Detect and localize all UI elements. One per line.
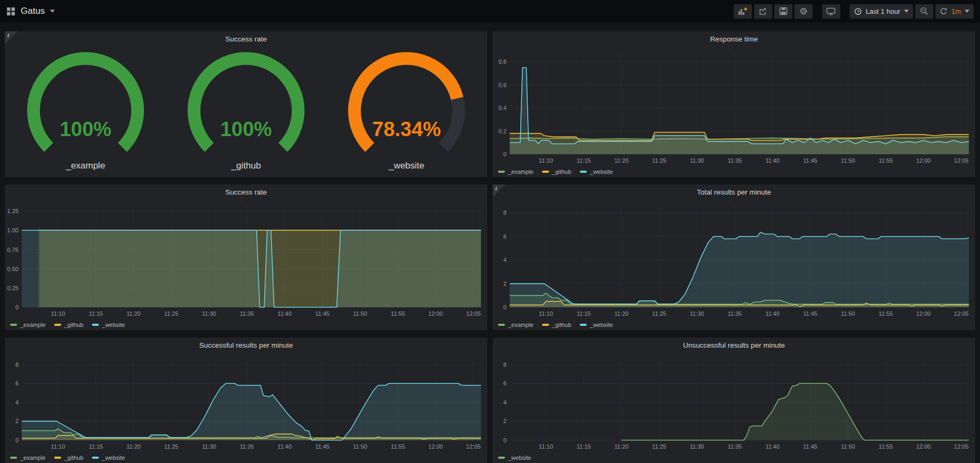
legend-item-website[interactable]: _website (580, 322, 613, 328)
legend-swatch-icon (10, 324, 17, 326)
svg-text:0.8: 0.8 (499, 58, 506, 65)
legend-swatch-icon (498, 171, 505, 173)
panel-title[interactable]: Total results per minute (493, 184, 975, 199)
legend-label: _github (64, 454, 83, 461)
svg-text:100%: 100% (220, 118, 272, 140)
legend-swatch-icon (580, 171, 587, 173)
svg-text:11:55: 11:55 (878, 443, 893, 450)
svg-text:11:45: 11:45 (315, 310, 330, 317)
legend-item-example[interactable]: _example (498, 169, 534, 175)
response-time-chart[interactable]: 00.20.40.60.811:1011:1511:2011:2511:3011… (493, 46, 975, 177)
panel-title[interactable]: Success rate (5, 31, 487, 46)
svg-text:12:00: 12:00 (428, 310, 443, 317)
legend: _example_github_website (498, 169, 613, 175)
svg-text:11:20: 11:20 (614, 443, 629, 450)
svg-text:11:30: 11:30 (202, 310, 216, 317)
save-button[interactable] (774, 4, 792, 19)
svg-text:0.25: 0.25 (7, 285, 19, 291)
panel-success-rate-gauges: i Success rate 100% _example 100% _githu… (5, 31, 487, 177)
panel-title[interactable]: Successful results per minute (5, 338, 487, 352)
chevron-down-icon (965, 10, 969, 13)
svg-text:11:55: 11:55 (878, 310, 893, 317)
legend-label: _website (590, 322, 613, 328)
gauge-github: 100% _github (166, 49, 326, 171)
svg-text:11:40: 11:40 (277, 310, 292, 317)
legend-swatch-icon (580, 324, 587, 326)
info-corner-icon[interactable]: i (493, 184, 505, 197)
svg-text:12:00: 12:00 (916, 157, 931, 164)
svg-text:11:25: 11:25 (164, 310, 179, 317)
info-corner-icon[interactable]: i (5, 31, 18, 44)
legend-label: _github (64, 322, 83, 328)
legend-label: _github (552, 322, 571, 328)
legend-item-website[interactable]: _website (498, 454, 531, 461)
navbar: Gatus Last 1 hour (0, 0, 980, 22)
settings-button[interactable] (795, 4, 813, 19)
gauge-row: 100% _example 100% _github 78.34% _websi… (5, 46, 487, 174)
panel-title[interactable]: Unsuccessful results per minute (493, 338, 975, 352)
legend-label: _website (508, 454, 531, 461)
success-rate-chart[interactable]: 00.250.500.751.001.2511:1011:1511:2011:2… (5, 199, 487, 330)
svg-text:11:45: 11:45 (803, 310, 817, 317)
legend-item-github[interactable]: _github (542, 169, 571, 175)
svg-text:11:10: 11:10 (539, 157, 553, 164)
legend-swatch-icon (10, 457, 17, 459)
panel-title[interactable]: Response time (493, 31, 975, 46)
svg-text:11:20: 11:20 (126, 310, 141, 317)
zoom-out-button[interactable] (915, 4, 933, 19)
legend-label: _github (552, 169, 571, 175)
legend-item-github[interactable]: _github (542, 322, 571, 328)
svg-text:11:10: 11:10 (51, 443, 65, 450)
svg-text:12:05: 12:05 (954, 157, 969, 164)
share-button[interactable] (754, 4, 772, 19)
legend-item-website[interactable]: _website (580, 169, 613, 175)
svg-text:11:55: 11:55 (391, 443, 405, 450)
svg-text:6: 6 (15, 380, 19, 386)
svg-text:0.2: 0.2 (499, 128, 506, 134)
panel-total-results: i Total results per minute 0246811:1011:… (493, 184, 975, 330)
unsuccessful-results-chart[interactable]: 0246811:1011:1511:2011:2511:3011:3511:40… (493, 352, 975, 463)
svg-text:4: 4 (503, 399, 506, 406)
legend-item-example[interactable]: _example (10, 322, 46, 328)
dashboard-title[interactable]: Gatus (21, 6, 45, 16)
legend: _example_github_website (10, 454, 125, 461)
navbar-toolbar: Last 1 hour 1m (732, 4, 974, 19)
svg-text:12:05: 12:05 (954, 443, 969, 450)
panel-title[interactable]: Success rate (5, 184, 487, 199)
legend-item-website[interactable]: _website (92, 454, 125, 461)
legend-item-github[interactable]: _github (54, 322, 83, 328)
legend: _website (498, 454, 531, 461)
legend-swatch-icon (498, 324, 505, 326)
svg-text:0.4: 0.4 (499, 105, 506, 111)
legend-item-github[interactable]: _github (54, 454, 83, 461)
svg-text:1.25: 1.25 (7, 208, 19, 214)
legend-item-example[interactable]: _example (498, 322, 534, 328)
svg-text:2: 2 (503, 281, 506, 287)
svg-text:2: 2 (15, 418, 19, 424)
legend-label: _website (590, 169, 613, 175)
svg-text:6: 6 (503, 380, 506, 386)
svg-text:11:55: 11:55 (391, 310, 405, 317)
successful-results-chart[interactable]: 0246811:1011:1511:2011:2511:3011:3511:40… (5, 352, 487, 463)
total-results-chart[interactable]: 0246811:1011:1511:2011:2511:3011:3511:40… (493, 199, 975, 330)
panel-response-time: Response time 00.20.40.60.811:1011:1511:… (493, 31, 975, 177)
svg-text:11:25: 11:25 (164, 443, 179, 450)
svg-text:11:20: 11:20 (614, 157, 629, 164)
legend-swatch-icon (542, 324, 549, 326)
svg-text:1.00: 1.00 (7, 227, 19, 233)
navbar-left: Gatus (6, 6, 55, 16)
svg-text:12:05: 12:05 (954, 310, 969, 317)
chevron-down-icon[interactable] (50, 10, 55, 13)
legend-item-website[interactable]: _website (92, 322, 125, 328)
cycle-view-mode-button[interactable] (822, 4, 840, 19)
svg-text:0: 0 (503, 437, 506, 443)
add-panel-button[interactable] (734, 4, 752, 19)
refresh-picker[interactable]: 1m (935, 4, 974, 19)
panel-success-rate-timeseries: Success rate 00.250.500.751.001.2511:101… (5, 184, 487, 330)
legend-item-example[interactable]: _example (10, 454, 46, 461)
panel-unsuccessful-results: Unsuccessful results per minute 0246811:… (493, 338, 975, 463)
time-range-picker[interactable]: Last 1 hour (850, 4, 913, 19)
refresh-interval-label: 1m (951, 7, 961, 15)
svg-text:0.50: 0.50 (7, 266, 19, 272)
apps-grid-icon[interactable] (6, 7, 15, 16)
